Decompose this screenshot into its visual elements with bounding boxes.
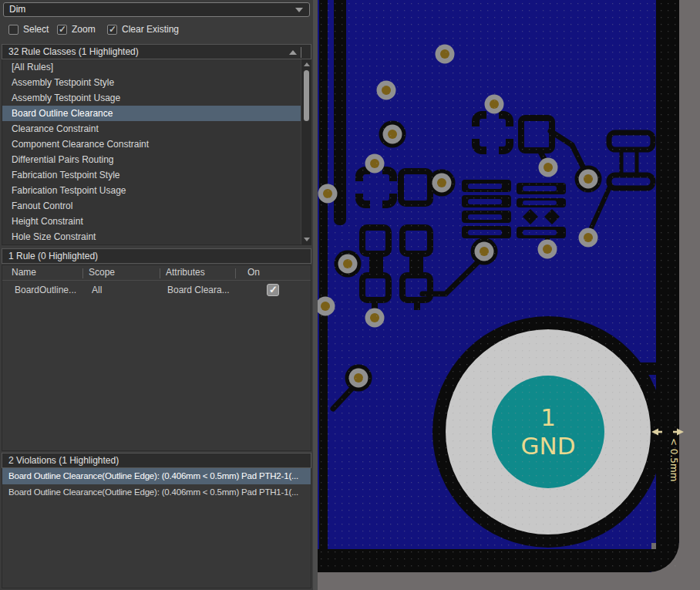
scroll-down-icon[interactable]: [304, 238, 310, 241]
collapse-up-icon[interactable]: [289, 50, 297, 55]
option-toggles: Select Zoom Clear Existing: [0, 23, 313, 37]
zoom-checkbox-label: Zoom: [72, 24, 96, 35]
rule-on-checkbox[interactable]: [267, 284, 279, 296]
rule-class-item[interactable]: Assembly Testpoint Style: [2, 75, 301, 90]
rule-classes-header-label: 32 Rule Classes (1 Highlighted): [8, 46, 139, 57]
header-divider: [301, 47, 301, 58]
rule-class-item[interactable]: Fabrication Testpoint Style: [2, 167, 301, 183]
column-attributes[interactable]: Attributes: [166, 267, 205, 278]
scrollbar-thumb[interactable]: [304, 70, 309, 121]
pcb-view[interactable]: 1 GND < 0.5mm: [318, 0, 700, 590]
column-divider[interactable]: [235, 268, 236, 278]
rule-class-item[interactable]: Component Clearance Constraint: [2, 137, 301, 152]
rule-class-item[interactable]: Assembly Testpoint Usage: [2, 90, 301, 106]
altium-rules-window: Dim Select Zoom Clear Existing 32 Rule C…: [0, 0, 700, 590]
scroll-up-icon[interactable]: [304, 62, 310, 66]
select-checkbox-label: Select: [23, 24, 49, 35]
rule-name-cell: BoardOutline...: [15, 285, 76, 295]
violation-row-selected[interactable]: Board Outline Clearance(Outline Edge): (…: [2, 468, 311, 484]
select-checkbox[interactable]: [8, 25, 19, 35]
rules-list-header-label: 1 Rule (0 Highlighted): [8, 251, 98, 261]
violation-row[interactable]: Board Outline Clearance(Outline Edge): (…: [2, 484, 311, 501]
clear-existing-checkbox-label: Clear Existing: [122, 24, 179, 35]
clearance-label: < 0.5mm: [668, 438, 679, 481]
rule-attributes-cell: Board Cleara...: [167, 285, 230, 295]
rules-table: Name Scope Attributes On BoardOutline...…: [2, 265, 311, 451]
rule-class-item[interactable]: [All Rules]: [2, 59, 301, 75]
violations-header-label: 2 Violations (1 Highlighted): [8, 455, 119, 466]
chevron-down-icon: [295, 8, 303, 12]
zoom-checkbox[interactable]: [57, 25, 67, 35]
rule-class-item[interactable]: Fabrication Testpoint Usage: [2, 183, 301, 198]
table-row[interactable]: BoardOutline... All Board Cleara...: [2, 282, 311, 298]
rule-class-item[interactable]: Fanout Control: [2, 198, 301, 214]
violations-list: Board Outline Clearance(Outline Edge): (…: [2, 468, 311, 588]
rules-list-header[interactable]: 1 Rule (0 Highlighted): [2, 248, 311, 264]
column-name[interactable]: Name: [12, 267, 36, 278]
violations-header[interactable]: 2 Violations (1 Highlighted): [2, 453, 311, 468]
dropdown-value: Dim: [9, 4, 25, 15]
rule-classes-header[interactable]: 32 Rule Classes (1 Highlighted): [2, 44, 311, 59]
rule-class-item[interactable]: Clearance Constraint: [2, 121, 301, 137]
dimension-arrow-left-tail: [658, 431, 662, 433]
clear-existing-checkbox[interactable]: [107, 25, 117, 35]
violation-display-mode-dropdown[interactable]: Dim: [3, 2, 310, 17]
rules-panel: Dim Select Zoom Clear Existing 32 Rule C…: [0, 0, 313, 590]
rule-class-item[interactable]: Hole Size Constraint: [2, 229, 301, 244]
rules-table-header: Name Scope Attributes On: [2, 265, 311, 281]
column-divider[interactable]: [82, 268, 83, 278]
rule-classes-list: [All Rules] Assembly Testpoint Style Ass…: [2, 59, 311, 245]
rule-class-item[interactable]: Differential Pairs Routing: [2, 152, 301, 167]
column-on[interactable]: On: [247, 267, 260, 278]
column-divider[interactable]: [160, 268, 160, 278]
grid-dots: [318, 0, 679, 572]
rule-classes-scrollbar[interactable]: [301, 59, 311, 244]
rule-class-item[interactable]: Height Constraint: [2, 214, 301, 229]
rule-class-item-selected[interactable]: Board Outline Clearance: [2, 106, 301, 121]
column-scope[interactable]: Scope: [89, 267, 115, 278]
rule-scope-cell: All: [92, 285, 102, 295]
dimension-arrow-right-tail: [673, 431, 677, 433]
